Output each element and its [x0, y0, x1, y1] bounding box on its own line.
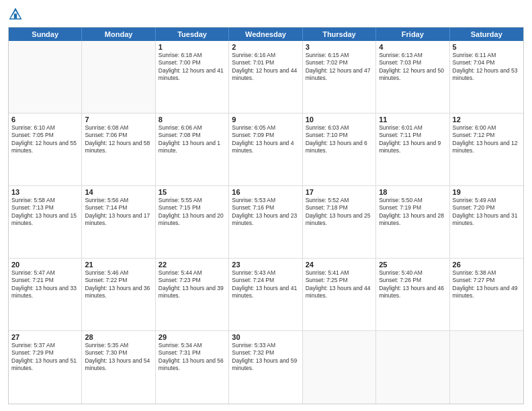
cell-info: Sunrise: 5:53 AM Sunset: 7:16 PM Dayligh… — [232, 197, 299, 228]
cell-date: 21 — [85, 261, 152, 269]
cell-info: Sunrise: 5:41 AM Sunset: 7:25 PM Dayligh… — [306, 269, 373, 300]
cell-date: 10 — [306, 116, 373, 124]
calendar-cell: 19Sunrise: 5:49 AM Sunset: 7:20 PM Dayli… — [450, 186, 523, 258]
cell-info: Sunrise: 5:38 AM Sunset: 7:27 PM Dayligh… — [453, 269, 521, 300]
calendar-cell: 7Sunrise: 6:08 AM Sunset: 7:06 PM Daylig… — [82, 113, 155, 185]
cell-date: 18 — [379, 188, 446, 196]
day-headers: SundayMondayTuesdayWednesdayThursdayFrid… — [9, 28, 523, 41]
calendar-week: 27Sunrise: 5:37 AM Sunset: 7:29 PM Dayli… — [9, 331, 523, 404]
calendar-cell: 10Sunrise: 6:03 AM Sunset: 7:10 PM Dayli… — [303, 113, 376, 185]
calendar-cell: 29Sunrise: 5:34 AM Sunset: 7:31 PM Dayli… — [156, 331, 229, 404]
calendar-cell: 12Sunrise: 6:00 AM Sunset: 7:12 PM Dayli… — [450, 113, 523, 185]
cell-info: Sunrise: 5:52 AM Sunset: 7:18 PM Dayligh… — [306, 197, 373, 228]
cell-info: Sunrise: 5:58 AM Sunset: 7:13 PM Dayligh… — [11, 197, 79, 228]
cell-info: Sunrise: 5:40 AM Sunset: 7:26 PM Dayligh… — [379, 269, 446, 300]
cell-info: Sunrise: 6:03 AM Sunset: 7:10 PM Dayligh… — [306, 124, 373, 155]
cell-date: 16 — [232, 188, 299, 196]
cell-date: 5 — [453, 43, 521, 51]
cell-date: 28 — [85, 333, 152, 341]
calendar-cell: 21Sunrise: 5:46 AM Sunset: 7:22 PM Dayli… — [82, 259, 155, 330]
cell-date: 17 — [306, 188, 373, 196]
calendar-cell: 16Sunrise: 5:53 AM Sunset: 7:16 PM Dayli… — [229, 186, 302, 258]
calendar-cell: 9Sunrise: 6:05 AM Sunset: 7:09 PM Daylig… — [229, 113, 302, 185]
cell-date: 3 — [306, 43, 373, 51]
cell-date: 11 — [379, 116, 446, 124]
logo — [8, 7, 26, 21]
cell-info: Sunrise: 6:06 AM Sunset: 7:08 PM Dayligh… — [159, 124, 226, 155]
calendar-cell: 25Sunrise: 5:40 AM Sunset: 7:26 PM Dayli… — [376, 259, 449, 330]
cell-date: 20 — [11, 261, 79, 269]
page: SundayMondayTuesdayWednesdayThursdayFrid… — [0, 0, 532, 411]
cell-info: Sunrise: 5:56 AM Sunset: 7:14 PM Dayligh… — [85, 197, 152, 228]
calendar-week: 20Sunrise: 5:47 AM Sunset: 7:21 PM Dayli… — [9, 259, 523, 331]
cell-date: 2 — [232, 43, 299, 51]
calendar-cell: 22Sunrise: 5:44 AM Sunset: 7:23 PM Dayli… — [156, 259, 229, 330]
cell-info: Sunrise: 6:18 AM Sunset: 7:00 PM Dayligh… — [159, 52, 226, 83]
day-header: Wednesday — [229, 28, 302, 41]
calendar-cell: 3Sunrise: 6:15 AM Sunset: 7:02 PM Daylig… — [303, 41, 376, 113]
day-header: Sunday — [9, 28, 82, 41]
calendar-cell: 5Sunrise: 6:11 AM Sunset: 7:04 PM Daylig… — [450, 41, 523, 113]
cell-date: 13 — [11, 188, 79, 196]
cell-info: Sunrise: 6:16 AM Sunset: 7:01 PM Dayligh… — [232, 52, 299, 83]
cell-info: Sunrise: 6:11 AM Sunset: 7:04 PM Dayligh… — [453, 52, 521, 83]
calendar-cell: 20Sunrise: 5:47 AM Sunset: 7:21 PM Dayli… — [9, 259, 82, 330]
calendar-cell: 28Sunrise: 5:35 AM Sunset: 7:30 PM Dayli… — [82, 331, 155, 404]
cell-info: Sunrise: 5:33 AM Sunset: 7:32 PM Dayligh… — [232, 342, 299, 373]
cell-info: Sunrise: 6:00 AM Sunset: 7:12 PM Dayligh… — [453, 124, 521, 155]
calendar-cell — [450, 331, 523, 404]
calendar-cell: 30Sunrise: 5:33 AM Sunset: 7:32 PM Dayli… — [229, 331, 302, 404]
cell-date: 1 — [159, 43, 226, 51]
cell-date: 23 — [232, 261, 299, 269]
calendar-cell: 24Sunrise: 5:41 AM Sunset: 7:25 PM Dayli… — [303, 259, 376, 330]
cell-date: 30 — [232, 333, 299, 341]
calendar-cell: 15Sunrise: 5:55 AM Sunset: 7:15 PM Dayli… — [156, 186, 229, 258]
cell-info: Sunrise: 5:35 AM Sunset: 7:30 PM Dayligh… — [85, 342, 152, 373]
cell-info: Sunrise: 6:13 AM Sunset: 7:03 PM Dayligh… — [379, 52, 446, 83]
calendar-cell: 13Sunrise: 5:58 AM Sunset: 7:13 PM Dayli… — [9, 186, 82, 258]
calendar-cell: 2Sunrise: 6:16 AM Sunset: 7:01 PM Daylig… — [229, 41, 302, 113]
calendar-cell — [376, 331, 449, 404]
calendar-body: 1Sunrise: 6:18 AM Sunset: 7:00 PM Daylig… — [9, 41, 523, 404]
calendar-cell — [82, 41, 155, 113]
cell-info: Sunrise: 6:08 AM Sunset: 7:06 PM Dayligh… — [85, 124, 152, 155]
cell-info: Sunrise: 5:46 AM Sunset: 7:22 PM Dayligh… — [85, 269, 152, 300]
logo-icon — [8, 7, 23, 21]
cell-info: Sunrise: 5:50 AM Sunset: 7:19 PM Dayligh… — [379, 197, 446, 228]
calendar-cell: 17Sunrise: 5:52 AM Sunset: 7:18 PM Dayli… — [303, 186, 376, 258]
cell-info: Sunrise: 5:37 AM Sunset: 7:29 PM Dayligh… — [11, 342, 79, 373]
calendar-cell: 11Sunrise: 6:01 AM Sunset: 7:11 PM Dayli… — [376, 113, 449, 185]
cell-date: 15 — [159, 188, 226, 196]
cell-date: 12 — [453, 116, 521, 124]
cell-date: 27 — [11, 333, 79, 341]
cell-date: 6 — [11, 116, 79, 124]
calendar-cell: 4Sunrise: 6:13 AM Sunset: 7:03 PM Daylig… — [376, 41, 449, 113]
cell-date: 22 — [159, 261, 226, 269]
cell-info: Sunrise: 6:10 AM Sunset: 7:05 PM Dayligh… — [11, 124, 79, 155]
cell-date: 7 — [85, 116, 152, 124]
day-header: Thursday — [303, 28, 376, 41]
header — [8, 7, 524, 21]
cell-date: 14 — [85, 188, 152, 196]
calendar-cell: 26Sunrise: 5:38 AM Sunset: 7:27 PM Dayli… — [450, 259, 523, 330]
cell-date: 4 — [379, 43, 446, 51]
calendar-cell: 6Sunrise: 6:10 AM Sunset: 7:05 PM Daylig… — [9, 113, 82, 185]
calendar-cell: 23Sunrise: 5:43 AM Sunset: 7:24 PM Dayli… — [229, 259, 302, 330]
calendar-week: 13Sunrise: 5:58 AM Sunset: 7:13 PM Dayli… — [9, 186, 523, 259]
cell-date: 26 — [453, 261, 521, 269]
day-header: Tuesday — [156, 28, 229, 41]
calendar-week: 6Sunrise: 6:10 AM Sunset: 7:05 PM Daylig… — [9, 113, 523, 186]
cell-date: 19 — [453, 188, 521, 196]
calendar-week: 1Sunrise: 6:18 AM Sunset: 7:00 PM Daylig… — [9, 41, 523, 113]
cell-info: Sunrise: 6:05 AM Sunset: 7:09 PM Dayligh… — [232, 124, 299, 155]
cell-date: 9 — [232, 116, 299, 124]
day-header: Friday — [376, 28, 449, 41]
calendar-cell: 27Sunrise: 5:37 AM Sunset: 7:29 PM Dayli… — [9, 331, 82, 404]
cell-info: Sunrise: 5:47 AM Sunset: 7:21 PM Dayligh… — [11, 269, 79, 300]
cell-date: 24 — [306, 261, 373, 269]
calendar-cell: 14Sunrise: 5:56 AM Sunset: 7:14 PM Dayli… — [82, 186, 155, 258]
cell-date: 25 — [379, 261, 446, 269]
calendar-cell — [9, 41, 82, 113]
calendar-cell: 1Sunrise: 6:18 AM Sunset: 7:00 PM Daylig… — [156, 41, 229, 113]
cell-info: Sunrise: 5:55 AM Sunset: 7:15 PM Dayligh… — [159, 197, 226, 228]
